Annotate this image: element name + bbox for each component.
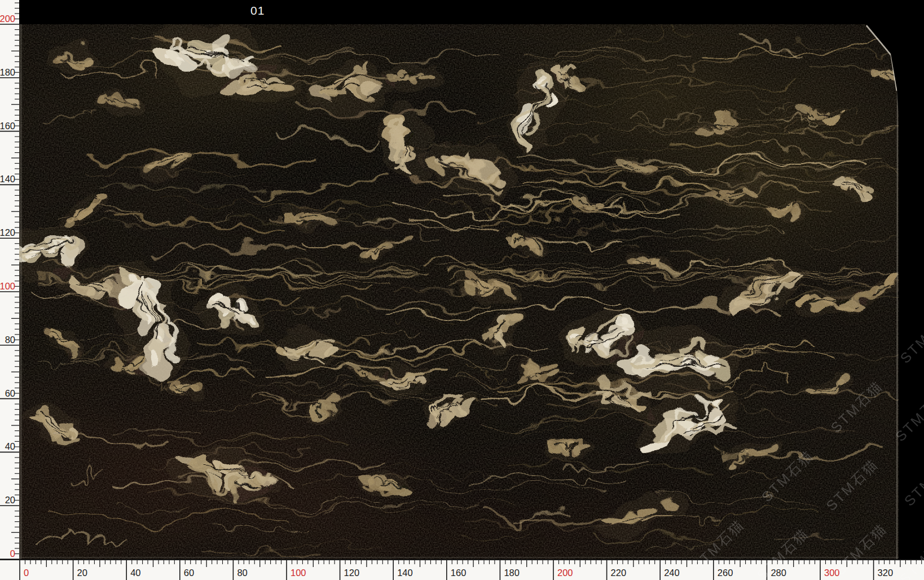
svg-text:140: 140 — [0, 174, 15, 184]
top-bar: 01 — [19, 0, 924, 24]
svg-text:280: 280 — [771, 568, 786, 578]
svg-text:20: 20 — [77, 568, 87, 578]
slab-image — [19, 24, 899, 559]
svg-text:0: 0 — [10, 548, 15, 559]
svg-text:120: 120 — [0, 227, 15, 238]
svg-text:60: 60 — [5, 388, 15, 398]
svg-text:300: 300 — [824, 568, 840, 578]
slab-number-label: 01 — [250, 4, 265, 17]
svg-text:20: 20 — [5, 495, 15, 505]
ruler-bottom: 0204060801001201401601802002202402602803… — [0, 559, 924, 580]
svg-text:40: 40 — [130, 568, 140, 578]
svg-text:80: 80 — [237, 568, 247, 578]
svg-text:160: 160 — [0, 121, 15, 131]
svg-text:240: 240 — [664, 568, 680, 578]
svg-text:120: 120 — [344, 568, 360, 578]
svg-text:0: 0 — [24, 568, 29, 578]
svg-text:260: 260 — [718, 568, 733, 578]
svg-text:100: 100 — [291, 568, 306, 578]
svg-text:100: 100 — [0, 281, 15, 291]
svg-text:200: 200 — [557, 568, 573, 578]
svg-text:320: 320 — [878, 568, 894, 578]
slab-scanner-view: 01 — [0, 0, 924, 580]
svg-text:180: 180 — [0, 67, 15, 77]
svg-text:160: 160 — [451, 568, 467, 578]
svg-text:140: 140 — [397, 568, 413, 578]
ruler-left: 020406080100120140160180200 — [0, 0, 19, 559]
svg-text:180: 180 — [504, 568, 520, 578]
svg-text:60: 60 — [184, 568, 194, 578]
svg-text:220: 220 — [611, 568, 627, 578]
svg-text:80: 80 — [5, 335, 15, 345]
svg-text:200: 200 — [0, 14, 15, 24]
svg-text:40: 40 — [5, 441, 15, 451]
